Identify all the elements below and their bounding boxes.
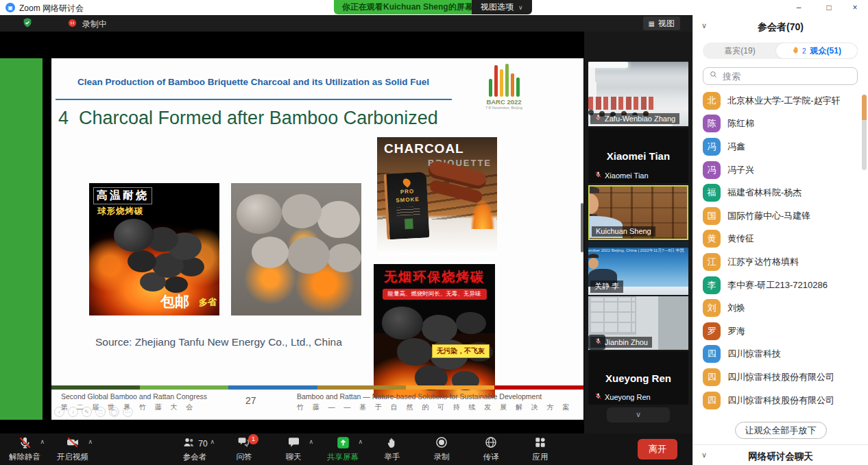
tab-guests[interactable]: 嘉宾(19) — [703, 43, 777, 59]
video-name-label: Zafu-Wenbiao Zhang — [590, 113, 679, 124]
participant-name: 四川惊雷科技 — [727, 348, 781, 360]
toolbar-left-group: ∧解除静音∧开启视频 — [7, 433, 91, 465]
participant-row[interactable]: 陈陈红棉 — [693, 112, 860, 136]
logo-name: BARC 2022 — [477, 98, 531, 106]
poster1-title: CHARCOAL — [384, 141, 464, 156]
toolbar-item-label: 举手 — [385, 452, 400, 462]
logo-date: 7-8 November, Beijing — [477, 106, 531, 110]
video-tile-zafu-wenbiao-zhang[interactable]: Zafu-Wenbiao Zhang — [588, 62, 688, 126]
participant-row[interactable]: 刘刘焕 — [693, 296, 860, 320]
close-button[interactable]: × — [842, 0, 868, 15]
footer-right-line2: 竹 藤 — — 基 于 自 然 的 可 持 续 发 展 解 决 方 案 — [297, 403, 575, 412]
recording-label: 录制中 — [82, 19, 107, 30]
video-tile-jianbin-zhou[interactable]: Jianbin Zhou — [588, 296, 688, 350]
share-screen-icon — [336, 436, 350, 453]
participant-name: 江苏亨达竹格填料 — [727, 256, 799, 268]
participant-avatar: 江 — [703, 253, 721, 271]
participant-row[interactable]: 罗罗海 — [693, 320, 860, 343]
scrollbar-thumb[interactable] — [862, 95, 867, 170]
participant-row[interactable]: 冯冯鑫 — [693, 135, 860, 158]
participant-video-name: Xueyong Ren — [605, 393, 651, 401]
poster2-label: 无污染，不飞灰 — [432, 344, 490, 358]
participants-list: 北北京林业大学-工学院-赵宇轩陈陈红棉冯冯鑫冯冯子兴福福建省林科院-杨杰国国际竹… — [693, 89, 860, 413]
slide-nav-icon[interactable]: ‹ — [54, 407, 64, 417]
chevron-up-icon[interactable]: ∧ — [210, 438, 215, 445]
toolbar-interpretation-button[interactable]: 传译 — [473, 433, 509, 465]
toolbar-unmute-button[interactable]: ∧解除静音 — [7, 433, 43, 465]
chevron-up-icon[interactable]: ∧ — [358, 438, 363, 445]
shared-screen-left-green-region — [0, 58, 43, 420]
meeting-toolbar: ∧解除静音∧开启视频 70∧参会者1问答∧聊天∧共享屏幕举手录制传译应用 离开 — [0, 433, 692, 465]
participant-avatar: 福 — [703, 184, 721, 202]
participant-name: 四川惊雷科技股份有限公司 — [727, 371, 834, 383]
toolbar-participants-button[interactable]: 70∧参会者 — [177, 433, 213, 465]
video-tile-xiaomei-tian[interactable]: Xiaomei Tian Xiaomei Tian — [588, 128, 688, 183]
minimize-button[interactable]: – — [786, 0, 812, 15]
participant-row[interactable]: 四四川惊雷科技股份有限公司 — [693, 389, 860, 412]
meeting-main-area: 录制中 ▦ 视图 Clean Production of Bamboo Briq… — [0, 15, 692, 465]
search-input[interactable] — [723, 71, 839, 82]
view-button[interactable]: ▦ 视图 — [643, 16, 680, 30]
leave-button[interactable]: 离开 — [638, 439, 677, 460]
participant-row[interactable]: 冯冯子兴 — [693, 158, 860, 182]
participant-avatar: 四 — [703, 345, 721, 363]
participant-video-name: 关静 李 — [594, 281, 619, 291]
toolbar-qa-button[interactable]: 1问答 — [226, 433, 262, 465]
charcoal-art — [114, 219, 154, 252]
participant-row[interactable]: 李李中赛-研工213-7210286 — [693, 274, 860, 297]
participant-row[interactable]: 黄黄传征 — [693, 228, 860, 251]
toolbar-start-video-button[interactable]: ∧开启视频 — [55, 433, 91, 465]
poster2-title: 无烟环保烧烤碳 — [374, 268, 495, 286]
slide-nav-icon[interactable]: ◯ — [109, 407, 119, 417]
toolbar-item-label: 开启视频 — [57, 452, 88, 462]
lower-all-hands-button[interactable]: 让观众全部手放下 — [735, 422, 827, 439]
image1-tag-top: 高温耐烧 — [93, 187, 152, 204]
video-thumbnail-strip: Zafu-Wenbiao Zhang Xiaomei Tian Xiaomei … — [584, 32, 692, 433]
toolbar-share-screen-button[interactable]: ∧共享屏幕 — [325, 433, 361, 465]
camera-muted-icon — [65, 436, 80, 452]
presentation-slide: Clean Production of Bamboo Briquette Cha… — [51, 58, 583, 420]
view-options-button[interactable]: 视图选项 ∨ — [472, 0, 532, 14]
toolbar-chat-button[interactable]: ∧聊天 — [276, 433, 311, 465]
burning-charcoal-image — [231, 183, 361, 315]
slide-nav-icon[interactable]: ✎ — [82, 407, 92, 417]
participant-avatar: 罗 — [703, 322, 721, 340]
participant-avatar: 四 — [703, 368, 721, 386]
chevron-up-icon[interactable]: ∧ — [309, 438, 313, 445]
share-area-scrollbar[interactable] — [581, 203, 583, 252]
participant-row[interactable]: 北北京林业大学-工学院-赵宇轩 — [693, 89, 860, 112]
toolbar-apps-button[interactable]: 应用 — [522, 433, 558, 465]
participant-name: 陈红棉 — [727, 117, 754, 130]
toolbar-record-button[interactable]: 录制 — [424, 433, 459, 465]
microphone-muted-icon — [594, 171, 602, 180]
participant-row[interactable]: 四四川惊雷科技 — [693, 343, 860, 366]
tab-attendees[interactable]: 2 观众(51) — [776, 43, 857, 58]
toolbar-raise-hand-button[interactable]: 举手 — [374, 433, 410, 465]
microphone-muted-icon — [594, 392, 602, 401]
image1-tag-sub: 球形烧烤碳 — [97, 206, 144, 217]
poster2-subtitle: 能量高、燃烧时间长、无毒、无异味 — [383, 289, 487, 300]
microphone-muted-icon — [594, 337, 602, 346]
video-tile-guanjing-li[interactable]: ember 2022 Beijing, China | 2022年11月7—8日… — [588, 241, 688, 295]
maximize-button[interactable]: □ — [816, 0, 842, 15]
video-tile-kuichuan-sheng-active-speaker[interactable]: Kuichuan Sheng — [588, 185, 688, 240]
view-options-label: 视图选项 — [481, 1, 514, 13]
footer-left-line1: Second Global Bamboo and Rattan Congress — [61, 392, 207, 401]
participant-row[interactable]: 国国际竹藤中心-马建锋 — [693, 204, 860, 228]
participant-name: 北京林业大学-工学院-赵宇轩 — [727, 95, 841, 107]
chevron-up-icon[interactable]: ∧ — [40, 438, 45, 445]
collapse-thumbnails-button[interactable]: ∨ — [607, 407, 670, 422]
toolbar-item-label: 解除静音 — [9, 452, 40, 462]
search-icon — [709, 70, 719, 82]
slide-nav-icon[interactable]: ⋯ — [123, 407, 133, 417]
video-name-label: Kuichuan Sheng — [592, 226, 655, 237]
participant-row[interactable]: 江江苏亨达竹格填料 — [693, 250, 860, 274]
video-tile-xueyong-ren[interactable]: Xueyong Ren Xueyong Ren — [588, 351, 688, 405]
slide-nav-icon[interactable]: □ — [95, 407, 106, 417]
chevron-up-icon[interactable]: ∧ — [88, 438, 93, 445]
participant-row[interactable]: 福福建省林科院-杨杰 — [693, 181, 860, 204]
participants-scrollbar[interactable] — [862, 92, 867, 414]
participant-row[interactable]: 四四川惊雷科技股份有限公司 — [693, 366, 860, 389]
slide-nav-icon[interactable]: › — [68, 407, 78, 417]
participant-name: 国际竹藤中心-马建锋 — [727, 210, 810, 222]
